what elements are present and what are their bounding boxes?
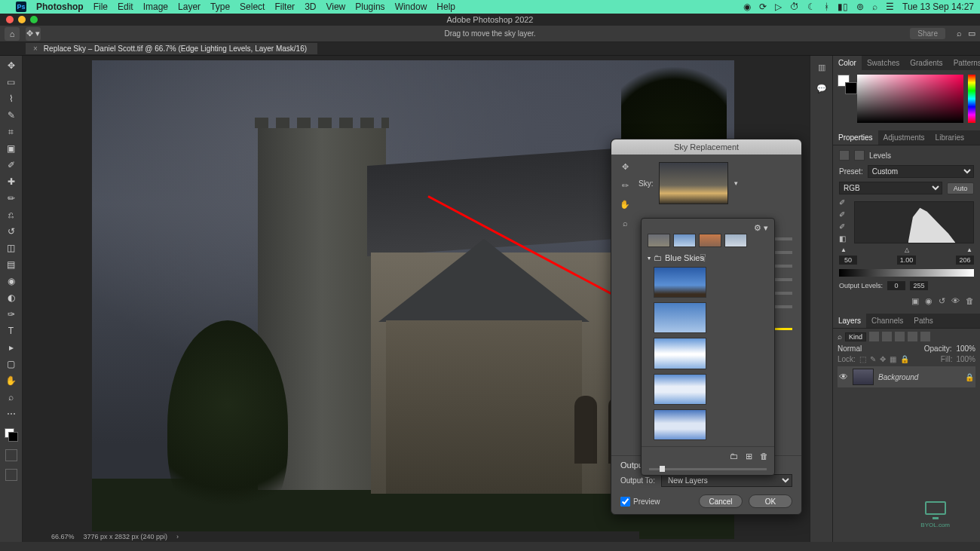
reset-icon[interactable]: ↺ — [939, 296, 945, 306]
path-select-tool[interactable]: ▸ — [3, 341, 20, 354]
tab-libraries[interactable]: Libraries — [930, 130, 969, 145]
gradient-tool[interactable]: ▤ — [3, 258, 20, 271]
disclosure-triangle-icon[interactable]: ▾ — [648, 255, 651, 262]
filter-kind-select[interactable]: Kind — [845, 332, 866, 341]
lock-all-icon[interactable]: ⬚ — [859, 355, 866, 363]
cancel-button[interactable]: Cancel — [699, 494, 743, 508]
minimize-window-button[interactable] — [18, 16, 26, 23]
view-prev-icon[interactable]: ◉ — [925, 296, 933, 306]
hue-slider[interactable] — [968, 75, 975, 123]
dlg-hand-tool-icon[interactable]: ✋ — [620, 200, 630, 210]
menu-type[interactable]: Type — [210, 2, 230, 12]
pen-tool[interactable]: ✑ — [3, 308, 20, 321]
tab-layers[interactable]: Layers — [833, 314, 866, 328]
filter-type-icon[interactable] — [895, 332, 905, 341]
app-name[interactable]: Photoshop — [36, 2, 84, 12]
filter-smart-icon[interactable] — [920, 332, 930, 341]
record-icon[interactable]: ◉ — [743, 2, 751, 12]
history-brush-tool[interactable]: ↺ — [3, 225, 20, 238]
lock-pixel-icon[interactable]: ✎ — [870, 355, 876, 363]
sky-thumb[interactable] — [654, 338, 706, 369]
fill-value[interactable]: 100% — [956, 355, 975, 363]
histogram[interactable] — [854, 201, 974, 243]
control-center-icon[interactable]: ☰ — [886, 2, 894, 12]
home-button[interactable]: ⌂ — [5, 27, 20, 41]
menu-select[interactable]: Select — [240, 2, 265, 12]
frame-tool[interactable]: ▣ — [3, 142, 20, 155]
folder-blue-skies[interactable]: ▾ 🗀 Blue Skies — [648, 253, 768, 262]
input-sliders[interactable]: ▲△▲ — [839, 246, 974, 253]
stamp-tool[interactable]: ⎌ — [3, 208, 20, 222]
menu-view[interactable]: View — [326, 2, 345, 12]
tab-swatches[interactable]: Swatches — [862, 56, 905, 70]
status-zoom[interactable]: 66.67% — [51, 533, 75, 540]
gray-eyedropper-icon[interactable]: ✐ — [839, 210, 848, 219]
sky-thumb[interactable] — [654, 302, 706, 333]
histogram-icon[interactable]: ▥ — [815, 60, 828, 74]
output-to-select[interactable]: New Layers — [661, 474, 792, 487]
trash-icon[interactable]: 🗑 — [966, 296, 974, 306]
filter-kind-icon[interactable]: ⌕ — [838, 332, 842, 341]
output-gradient[interactable] — [839, 269, 974, 277]
sky-thumb[interactable] — [673, 234, 696, 247]
quick-mask-button[interactable] — [5, 449, 17, 461]
input-gamma[interactable]: 1.00 — [897, 256, 917, 265]
tab-gradients[interactable]: Gradients — [905, 56, 948, 70]
white-eyedropper-icon[interactable]: ✐ — [839, 222, 848, 231]
color-picker[interactable] — [857, 75, 963, 123]
brush-tool[interactable]: ✏ — [3, 191, 20, 205]
eraser-tool[interactable]: ◫ — [3, 241, 20, 255]
menu-window[interactable]: Window — [395, 2, 427, 12]
layer-lock-icon[interactable]: 🔒 — [965, 373, 974, 381]
dlg-brush-tool-icon[interactable]: ✏ — [622, 181, 629, 191]
wb-icon[interactable]: ◧ — [839, 234, 848, 243]
dialog-title[interactable]: Sky Replacement — [611, 139, 801, 155]
blur-tool[interactable]: ◉ — [3, 274, 20, 288]
auto-button[interactable]: Auto — [947, 182, 974, 194]
clip-icon[interactable]: ▣ — [911, 296, 919, 306]
menu-plugins[interactable]: Plugins — [355, 2, 384, 12]
dlg-zoom-tool-icon[interactable]: ⌕ — [623, 219, 628, 228]
sky-thumb[interactable] — [654, 409, 706, 440]
sky-thumb[interactable] — [648, 234, 670, 247]
gear-icon[interactable]: ⚙ ▾ — [754, 223, 768, 233]
menu-layer[interactable]: Layer — [178, 2, 201, 12]
thumb-size-slider[interactable] — [642, 466, 774, 475]
menu-image[interactable]: Image — [143, 2, 168, 12]
heal-tool[interactable]: ✚ — [3, 175, 20, 188]
color-panel[interactable] — [833, 70, 980, 130]
output-white[interactable]: 255 — [910, 281, 928, 290]
quick-select-tool[interactable]: ✎ — [3, 109, 20, 122]
zoom-window-button[interactable] — [30, 16, 38, 23]
menu-clock[interactable]: Tue 13 Sep 14:27 — [902, 2, 974, 12]
sync-icon[interactable]: ⟳ — [759, 2, 767, 12]
status-chevron-icon[interactable]: › — [176, 533, 179, 540]
status-dims[interactable]: 3776 px x 2832 px (240 ppi) — [84, 533, 168, 540]
dlg-move-tool-icon[interactable]: ✥ — [622, 162, 629, 172]
preview-checkbox[interactable]: Preview — [620, 497, 660, 507]
crop-tool[interactable]: ⌗ — [3, 125, 20, 139]
input-white[interactable]: 206 — [956, 256, 974, 265]
dodge-tool[interactable]: ◐ — [3, 291, 20, 305]
filter-pixel-icon[interactable] — [869, 332, 879, 341]
sky-thumb[interactable] — [654, 267, 706, 298]
tab-channels[interactable]: Channels — [866, 314, 908, 328]
more-tools[interactable]: ⋯ — [3, 407, 20, 421]
import-sky-icon[interactable]: 🗀 — [730, 452, 738, 461]
tab-patterns[interactable]: Patterns — [948, 56, 980, 70]
sky-preview-thumbnail[interactable] — [659, 162, 728, 204]
marquee-tool[interactable]: ▭ — [3, 75, 20, 89]
type-tool[interactable]: T — [3, 324, 20, 338]
filter-adjust-icon[interactable] — [882, 332, 892, 341]
move-tool-icon[interactable]: ✥ ▾ — [26, 27, 41, 41]
eyedropper-tool[interactable]: ✐ — [3, 158, 20, 172]
close-tab-icon[interactable]: × — [33, 44, 38, 53]
delete-sky-icon[interactable]: 🗑 — [760, 452, 768, 461]
layer-name[interactable]: Background — [878, 373, 960, 381]
menu-filter[interactable]: Filter — [274, 2, 295, 12]
menu-help[interactable]: Help — [436, 2, 455, 12]
battery-icon[interactable]: ▮▯ — [838, 2, 848, 12]
layer-thumbnail[interactable] — [853, 369, 874, 385]
preset-select[interactable]: Custom — [868, 165, 974, 178]
output-black[interactable]: 0 — [887, 281, 905, 290]
